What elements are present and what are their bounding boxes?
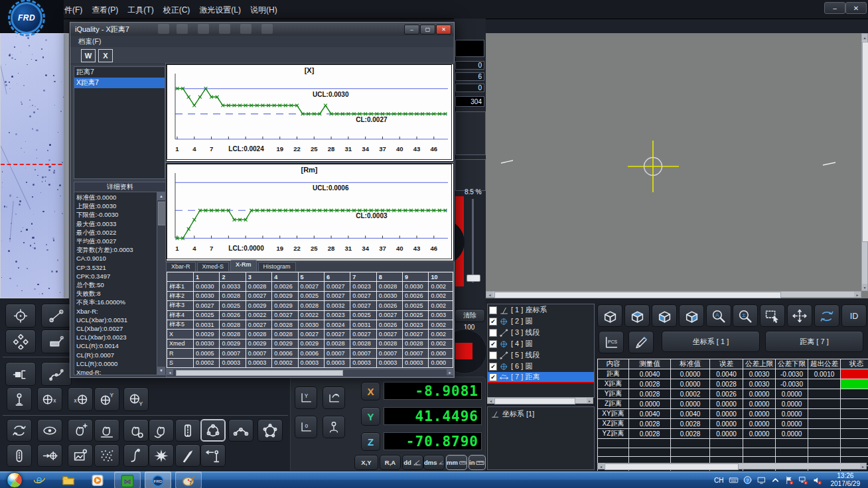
clear-button[interactable]: 清除 <box>455 309 485 322</box>
export-word-button[interactable]: W <box>81 49 96 62</box>
unit-ra-button[interactable]: R,A <box>380 455 401 470</box>
csys-list-item[interactable]: 坐标系 [1] <box>488 407 594 421</box>
taskbar-file-explorer-button[interactable] <box>56 471 81 487</box>
tree-item-圆[interactable]: ✔ [ 2 ] 圆 <box>488 316 594 327</box>
taskbar-clock[interactable]: 13:26 2017/6/29 <box>827 472 865 488</box>
visibility-checkbox[interactable] <box>489 329 497 337</box>
taskbar-frd-app-button[interactable]: FRD <box>145 471 171 488</box>
tool-circle-measure-button[interactable] <box>200 419 226 442</box>
taskbar-visual-studio-button[interactable]: ⋈ <box>114 471 141 488</box>
measurement-results-table[interactable]: 内容测量值标准值误差公差上限公差下限超出公差状态距离0.00400.00000.… <box>597 359 868 475</box>
tray-keyboard-icon[interactable] <box>729 475 739 485</box>
tool-probe-arrow-button[interactable] <box>200 444 226 467</box>
hidden-field[interactable] <box>455 40 484 57</box>
hidden-field[interactable]: 304 <box>455 96 484 107</box>
tool-arrow-target-button[interactable] <box>37 444 62 467</box>
tool-point-marker-button[interactable] <box>5 304 36 328</box>
iquality-close-button[interactable]: ✕ <box>436 25 451 34</box>
tray-network-error-icon[interactable]: x <box>798 475 808 485</box>
tool-stylus-blade-button[interactable] <box>175 444 200 467</box>
start-button[interactable] <box>7 472 23 488</box>
tool-point-group-button[interactable] <box>5 330 36 353</box>
results-hscrollbar[interactable]: ◂ ▸ <box>597 463 867 469</box>
edit-pencil-button[interactable] <box>628 331 654 353</box>
results-row[interactable]: XZ距离0.00280.00280.00000.00000.0000 <box>598 419 868 429</box>
iquality-maximize-button[interactable]: ▢ <box>420 25 435 34</box>
export-excel-button[interactable]: X <box>98 49 113 62</box>
tool-cylinder-button[interactable] <box>7 444 32 467</box>
view-cube-1-button[interactable] <box>597 304 622 327</box>
view-cube-4-button[interactable] <box>679 304 704 327</box>
taskbar-internet-explorer-button[interactable]: e <box>27 471 52 487</box>
tree-item-座标系[interactable]: [ 1 ] 座标系 <box>488 304 594 316</box>
distance-nav-button[interactable]: 距离 [ 7 ] <box>765 331 863 352</box>
taskbar-media-player-button[interactable] <box>85 471 110 487</box>
iquality-menu-file[interactable]: 档案(F) <box>78 37 101 46</box>
feature-list-item[interactable]: X距离7 <box>74 78 165 88</box>
tool-hand-line-button[interactable] <box>94 419 119 442</box>
unit-xy-button[interactable]: X,Y <box>354 455 378 470</box>
hidden-field[interactable]: 6 <box>455 72 484 81</box>
visibility-checkbox[interactable]: ✔ <box>489 373 497 381</box>
view-cube-3-button[interactable] <box>652 304 677 327</box>
pan-move-button[interactable] <box>787 304 812 327</box>
results-row[interactable]: 距离0.00400.00000.00400.0030-0.00300.0010 <box>598 369 868 379</box>
app-menu-item[interactable]: 查看(P) <box>87 0 123 21</box>
tree-item-线段[interactable]: [ 3 ] 线段 <box>488 327 594 338</box>
csys-nav-button[interactable]: 坐标系 [ 1 ] <box>662 331 760 352</box>
chart-tab-histogram[interactable]: Histogram <box>258 262 296 271</box>
feature-tree[interactable]: [ 1 ] 座标系 ✔ [ 2 ] 圆 [ 3 ] 线段 ✔ [ 4 ] 圆 [… <box>487 304 595 398</box>
details-scrollbar[interactable]: ▲ ▼ <box>157 192 166 375</box>
unit-dms-button[interactable]: dms <box>423 455 445 470</box>
language-indicator[interactable]: CH <box>714 477 723 484</box>
camera-live-view[interactable] <box>0 33 69 298</box>
tool-hand-add-button[interactable] <box>68 419 93 442</box>
results-row[interactable]: YZ距离0.00280.00280.00000.00000.0000 <box>598 429 868 439</box>
zoom-plusminus-button[interactable]: ± <box>733 304 758 327</box>
hidden-field[interactable]: 0 <box>455 61 484 70</box>
tool-line-two-points-button[interactable] <box>41 304 72 328</box>
results-row[interactable]: Z距离0.00000.00000.00000.00000.0000 <box>598 399 868 409</box>
rotate-view-button[interactable] <box>814 304 839 327</box>
taskbar-paint-button[interactable] <box>175 471 202 488</box>
visibility-checkbox[interactable]: ✔ <box>489 363 497 371</box>
dro-lo-axis-button[interactable]: o <box>295 416 317 438</box>
tool-point-cloud-button[interactable] <box>94 444 119 467</box>
app-minimize-button[interactable]: – <box>824 2 845 14</box>
sample-data-table[interactable]: 12345678910样本10.00300.00330.00280.00260.… <box>166 271 454 369</box>
light-slider-handle[interactable] <box>467 274 480 282</box>
tree-item-距离[interactable]: ✔ [ 7 ] 距离 <box>488 372 594 383</box>
tool-eye-button[interactable] <box>37 419 62 442</box>
tree-item-线段[interactable]: [ 5 ] 线段 <box>488 349 594 361</box>
visibility-checkbox[interactable] <box>489 306 497 314</box>
results-row[interactable]: Y距离0.00280.00020.00260.00000.0000 <box>598 389 868 399</box>
app-close-button[interactable]: ✕ <box>845 2 867 14</box>
select-region-button[interactable] <box>760 304 785 327</box>
chart-tab-x-rm[interactable]: X-Rm <box>230 260 257 271</box>
dro-ly-axis-button[interactable]: Y <box>295 387 317 409</box>
visibility-checkbox[interactable]: ✔ <box>489 318 497 326</box>
tool-sync-rotate-button[interactable] <box>7 419 32 442</box>
tool-plane-point-button[interactable] <box>41 330 72 353</box>
feature-list[interactable]: 距离7X距离7 <box>74 66 165 179</box>
app-menu-item[interactable]: 说明(H) <box>246 0 282 21</box>
tool-slot-dotted-button[interactable] <box>175 419 200 442</box>
tray-sound-muted-icon[interactable]: x <box>812 475 822 485</box>
visibility-checkbox[interactable]: ✔ <box>489 340 497 348</box>
feature-list-item[interactable]: 距离7 <box>74 67 165 78</box>
tool-x-circle-button[interactable]: x <box>68 387 93 411</box>
id-label-button[interactable]: ID <box>841 304 867 327</box>
chart-tab-xmed-s[interactable]: Xmed-S <box>197 262 230 271</box>
results-row[interactable]: XY距离0.00400.00400.00000.00000.0000 <box>598 409 868 419</box>
tool-hand-curve-button[interactable] <box>149 419 174 442</box>
tool-spline-points-button[interactable] <box>41 362 72 386</box>
visibility-checkbox[interactable] <box>489 351 497 359</box>
unit-mm-button[interactable]: mm <box>446 455 467 470</box>
tray-action-flag-icon[interactable]: x <box>784 475 794 485</box>
dro-l-export-button[interactable] <box>323 387 345 409</box>
tool-pin-probe-button[interactable] <box>7 387 32 411</box>
unit-in-button[interactable]: in <box>469 455 486 470</box>
app-menu-item[interactable]: 激光设置(L) <box>194 0 246 21</box>
iquality-titlebar[interactable]: iQuality - X距离7 – ▢ ✕ <box>70 23 454 36</box>
tray-expand-up-icon[interactable] <box>770 475 780 485</box>
